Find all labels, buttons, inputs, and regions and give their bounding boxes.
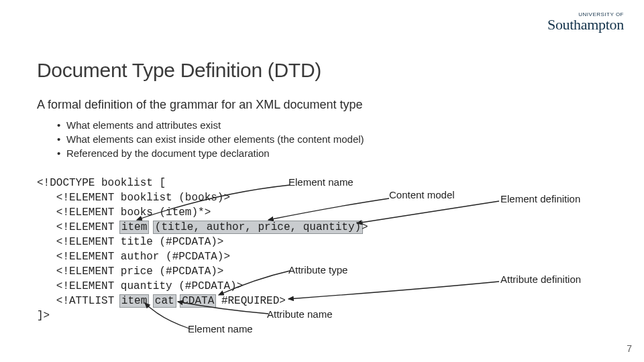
bullet-item: •What elements and attributes exist <box>57 119 364 131</box>
bullet-text: Referenced by the document type declarat… <box>66 147 270 159</box>
label-content-model: Content model <box>389 189 455 200</box>
code-line: <!ELEMENT author (#PCDATA)> <box>56 251 230 263</box>
label-element-definition: Element definition <box>500 193 580 204</box>
label-attribute-type: Attribute type <box>288 264 347 276</box>
code-line: <!ELEMENT title (#PCDATA)> <box>56 236 224 248</box>
slide-title: Document Type Definition (DTD) <box>37 59 321 82</box>
bullet-item: •Referenced by the document type declara… <box>57 147 364 159</box>
university-logo: UNIVERSITY OF Southampton <box>547 12 624 32</box>
label-element-name-top: Element name <box>288 176 354 188</box>
label-attribute-definition: Attribute definition <box>500 274 581 285</box>
code-line-prefix: <!ELEMENT <box>56 221 121 233</box>
label-element-name-bottom: Element name <box>188 323 253 335</box>
bullet-text: What elements and attributes exist <box>66 119 221 131</box>
label-attribute-name: Attribute name <box>267 308 333 320</box>
code-line-prefix: <!ATTLIST <box>56 295 121 307</box>
code-line: <!ELEMENT books (item)*> <box>56 206 211 219</box>
dtd-code-block: <!DOCTYPE booklist [ <!ELEMENT booklist … <box>37 176 368 323</box>
code-line: <!DOCTYPE booklist [ <box>37 177 166 189</box>
highlight-element-name-item: item <box>119 221 149 234</box>
highlight-attlist-element-name: item <box>119 294 149 308</box>
bullet-item: •What elements can exist inside other el… <box>57 133 364 145</box>
slide-subtitle: A formal definition of the grammar for a… <box>37 98 363 112</box>
bullet-list: •What elements and attributes exist •Wha… <box>57 119 364 162</box>
logo-name: Southampton <box>547 17 624 32</box>
bullet-text: What elements can exist inside other ele… <box>66 133 364 145</box>
page-number: 7 <box>627 343 632 354</box>
highlight-content-model: (title, author, price, quantity) <box>153 221 363 234</box>
code-line: <!ELEMENT quantity (#PCDATA)> <box>56 280 243 292</box>
slide: UNIVERSITY OF Southampton Document Type … <box>0 0 644 362</box>
code-line: ]> <box>37 310 50 322</box>
code-line: <!ELEMENT booklist (books)> <box>56 192 230 204</box>
highlight-attribute-type: CDATA <box>180 294 216 308</box>
code-line: <!ELEMENT price (#PCDATA)> <box>56 265 224 278</box>
highlight-attribute-name: cat <box>153 294 176 308</box>
